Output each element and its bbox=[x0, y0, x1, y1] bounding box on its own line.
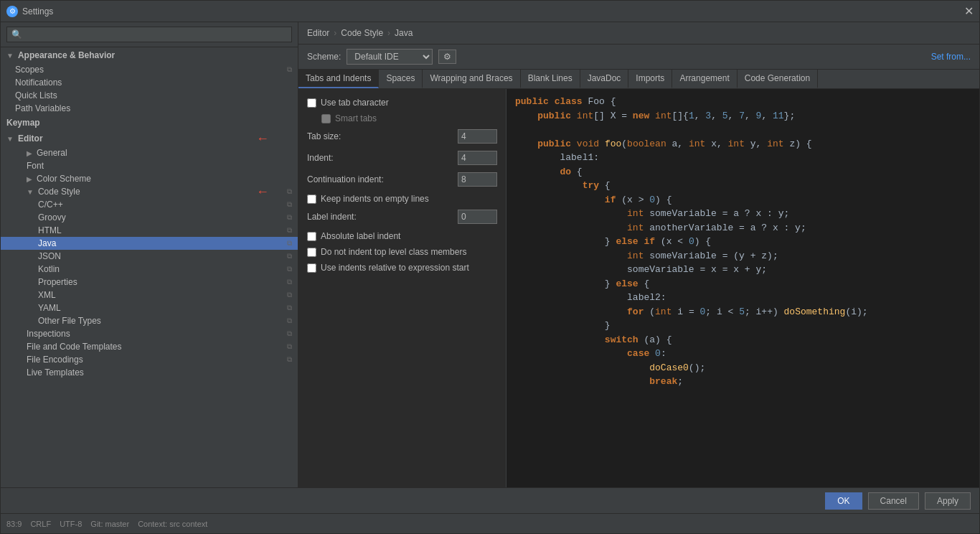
ok-button[interactable]: OK bbox=[825, 492, 862, 510]
scheme-select[interactable]: Default IDE bbox=[347, 49, 433, 65]
sidebar-item-scopes[interactable]: Scopes ⧉ bbox=[1, 63, 298, 76]
status-position: 83:9 bbox=[6, 520, 22, 528]
title-bar: ⚙ Settings ✕ bbox=[1, 1, 979, 22]
apply-button[interactable]: Apply bbox=[925, 492, 971, 510]
scheme-bar: Scheme: Default IDE ⚙ Set from... bbox=[298, 44, 979, 70]
sidebar-item-label: Live Templates bbox=[27, 367, 84, 378]
breadcrumb-java: Java bbox=[395, 28, 413, 38]
sidebar-item-groovy[interactable]: Groovy ⧉ bbox=[1, 211, 298, 224]
use-indents-relative-checkbox[interactable] bbox=[307, 263, 316, 273]
set-from-link[interactable]: Set from... bbox=[931, 52, 971, 62]
content-area: Editor › Code Style › Java Scheme: Defau… bbox=[298, 22, 979, 487]
use-tab-char-checkbox[interactable] bbox=[307, 98, 316, 108]
chevron-right-icon: ▶ bbox=[27, 149, 32, 157]
sidebar-item-label: Notifications bbox=[15, 78, 62, 88]
close-button[interactable]: ✕ bbox=[964, 4, 974, 18]
tab-size-input[interactable] bbox=[458, 129, 497, 144]
absolute-label-indent-checkbox[interactable] bbox=[307, 232, 316, 241]
tab-javadoc[interactable]: JavaDoc bbox=[580, 70, 629, 88]
sidebar-item-label: XML bbox=[38, 290, 56, 300]
breadcrumb-code-style: Code Style bbox=[341, 28, 383, 38]
sidebar-item-live-templates[interactable]: Live Templates bbox=[1, 366, 298, 379]
dialog-title: Settings bbox=[22, 6, 53, 17]
copy-icon: ⧉ bbox=[287, 265, 292, 273]
label-indent-input[interactable] bbox=[458, 210, 497, 224]
smart-tabs-checkbox[interactable] bbox=[321, 114, 331, 123]
sidebar-item-kotlin[interactable]: Kotlin ⧉ bbox=[1, 263, 298, 276]
chevron-down-icon: ▼ bbox=[27, 188, 34, 196]
sidebar-item-appearance[interactable]: ▼ Appearance & Behavior bbox=[1, 47, 298, 63]
sidebar-item-label: Scopes bbox=[15, 65, 44, 75]
tab-size-label: Tab size: bbox=[307, 131, 453, 141]
tab-tabs-indents[interactable]: Tabs and Indents bbox=[298, 70, 379, 88]
tab-blank-lines[interactable]: Blank Lines bbox=[521, 70, 580, 88]
keep-indents-checkbox[interactable] bbox=[307, 195, 316, 204]
tab-imports[interactable]: Imports bbox=[628, 70, 672, 88]
search-bar[interactable] bbox=[1, 22, 298, 47]
sidebar-item-general[interactable]: ▶ General bbox=[1, 146, 298, 159]
tab-spaces[interactable]: Spaces bbox=[379, 70, 423, 88]
sidebar-item-label: C/C++ bbox=[38, 200, 63, 210]
sidebar-item-label: Path Variables bbox=[15, 103, 70, 113]
tab-arrangement[interactable]: Arrangement bbox=[672, 70, 737, 88]
sidebar-item-label: General bbox=[37, 148, 67, 158]
code-line: } else if (x < 0) { bbox=[515, 235, 971, 249]
sidebar-item-keymap[interactable]: Keymap bbox=[1, 115, 298, 131]
sidebar-item-file-encodings[interactable]: File Encodings ⧉ bbox=[1, 353, 298, 366]
sidebar-item-properties[interactable]: Properties ⧉ bbox=[1, 276, 298, 289]
tab-bar: Tabs and Indents Spaces Wrapping and Bra… bbox=[298, 70, 979, 89]
sidebar-item-quick-lists[interactable]: Quick Lists bbox=[1, 89, 298, 102]
sidebar-item-yaml[interactable]: YAML ⧉ bbox=[1, 301, 298, 314]
sidebar-item-label: Appearance & Behavior bbox=[18, 50, 115, 60]
sidebar-item-json[interactable]: JSON ⧉ bbox=[1, 250, 298, 263]
use-tab-char-label: Use tab character bbox=[321, 98, 389, 108]
copy-icon: ⧉ bbox=[287, 252, 292, 261]
sidebar-item-other-file-types[interactable]: Other File Types ⧉ bbox=[1, 314, 298, 327]
sidebar-item-label: Groovy bbox=[38, 212, 66, 222]
sidebar-item-path-variables[interactable]: Path Variables bbox=[1, 102, 298, 115]
indent-input[interactable] bbox=[458, 151, 497, 165]
chevron-down-icon: ▼ bbox=[6, 52, 14, 60]
tab-wrapping-braces[interactable]: Wrapping and Braces bbox=[423, 70, 520, 88]
sidebar-item-font[interactable]: Font bbox=[1, 159, 298, 172]
cancel-button[interactable]: Cancel bbox=[868, 492, 919, 510]
sidebar-item-code-style[interactable]: ▼ Code Style ⧉ ← bbox=[1, 185, 298, 198]
code-line: int someVariable = (y + z); bbox=[515, 249, 971, 263]
copy-icon: ⧉ bbox=[287, 355, 292, 364]
sidebar-item-java[interactable]: Java ⧉ bbox=[1, 237, 298, 250]
copy-icon: ⧉ bbox=[287, 304, 292, 312]
sidebar-item-c-cpp[interactable]: C/C++ ⧉ bbox=[1, 198, 298, 211]
smart-tabs-row: Smart tabs bbox=[321, 113, 497, 123]
do-not-indent-checkbox[interactable] bbox=[307, 248, 316, 257]
sidebar-item-label: Inspections bbox=[27, 329, 70, 339]
sidebar-item-notifications[interactable]: Notifications bbox=[1, 76, 298, 89]
settings-panel: Use tab character Smart tabs Tab size: bbox=[298, 89, 979, 487]
continuation-indent-input[interactable] bbox=[458, 172, 497, 187]
indent-label: Indent: bbox=[307, 153, 453, 163]
tab-size-row: Tab size: bbox=[307, 129, 497, 144]
breadcrumb-editor: Editor bbox=[307, 28, 329, 38]
code-line: public class Foo { bbox=[515, 95, 971, 109]
sidebar-item-color-scheme[interactable]: ▶ Color Scheme bbox=[1, 172, 298, 185]
code-line: if (x > 0) { bbox=[515, 193, 971, 207]
copy-icon: ⧉ bbox=[287, 291, 292, 299]
sidebar-item-label: Editor bbox=[18, 134, 43, 144]
code-line: } else { bbox=[515, 277, 971, 291]
scheme-gear-button[interactable]: ⚙ bbox=[438, 50, 456, 64]
settings-icon: ⚙ bbox=[6, 6, 18, 17]
sidebar-item-xml[interactable]: XML ⧉ bbox=[1, 289, 298, 301]
search-input[interactable] bbox=[6, 27, 292, 42]
arrow-annotation: ← bbox=[256, 131, 269, 146]
code-preview: public class Foo { public int[] X = new … bbox=[507, 89, 979, 487]
code-line: doCase0(); bbox=[515, 361, 971, 375]
sidebar-item-file-code-templates[interactable]: File and Code Templates ⧉ bbox=[1, 340, 298, 353]
sidebar-item-editor[interactable]: ▼ Editor ← bbox=[1, 131, 298, 146]
sidebar-item-html[interactable]: HTML ⧉ bbox=[1, 224, 298, 237]
breadcrumb-sep-2: › bbox=[387, 28, 390, 38]
code-line: int anotherVariable = a ? x : y; bbox=[515, 221, 971, 235]
smart-tabs-label: Smart tabs bbox=[335, 113, 377, 123]
code-line bbox=[515, 123, 971, 137]
continuation-indent-label: Continuation indent: bbox=[307, 174, 453, 184]
tab-code-generation[interactable]: Code Generation bbox=[738, 70, 818, 88]
sidebar-item-inspections[interactable]: Inspections ⧉ bbox=[1, 327, 298, 340]
